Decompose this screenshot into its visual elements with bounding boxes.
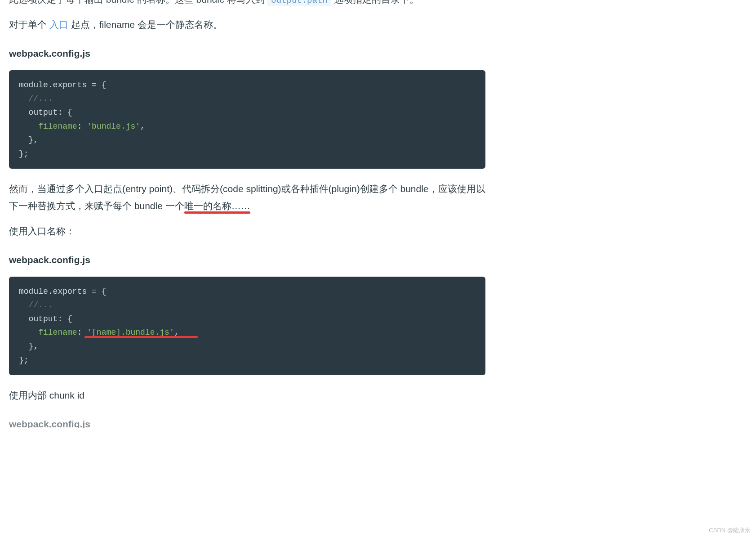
paragraph-cutoff-top: 此选项决定了每个输出 bundle 的名称。这些 bundle 将写入到 out… xyxy=(9,0,485,8)
highlight-name-bundle xyxy=(84,336,198,338)
code-block-2[interactable]: module.exports = { //... output: { filen… xyxy=(9,277,485,376)
heading-webpack-config-1: webpack.config.js xyxy=(9,45,485,62)
paragraph-use-entry-name: 使用入口名称： xyxy=(9,223,485,240)
code-block-1[interactable]: module.exports = { //... output: { filen… xyxy=(9,70,485,169)
paragraph-use-chunk-id: 使用内部 chunk id xyxy=(9,387,485,404)
highlight-unique-name: 唯一的名称…… xyxy=(184,201,250,211)
code-output-path: output.path xyxy=(267,0,331,6)
heading-webpack-config-3: webpack.config.js xyxy=(9,416,485,428)
paragraph-multiple-bundles: 然而，当通过多个入口起点(entry point)、代码拆分(code spli… xyxy=(9,180,485,215)
link-entry[interactable]: 入口 xyxy=(49,19,68,30)
paragraph-single-entry: 对于单个 入口 起点，filename 会是一个静态名称。 xyxy=(9,16,485,33)
article-content: 此选项决定了每个输出 bundle 的名称。这些 bundle 将写入到 out… xyxy=(9,0,485,428)
heading-webpack-config-2: webpack.config.js xyxy=(9,251,485,269)
